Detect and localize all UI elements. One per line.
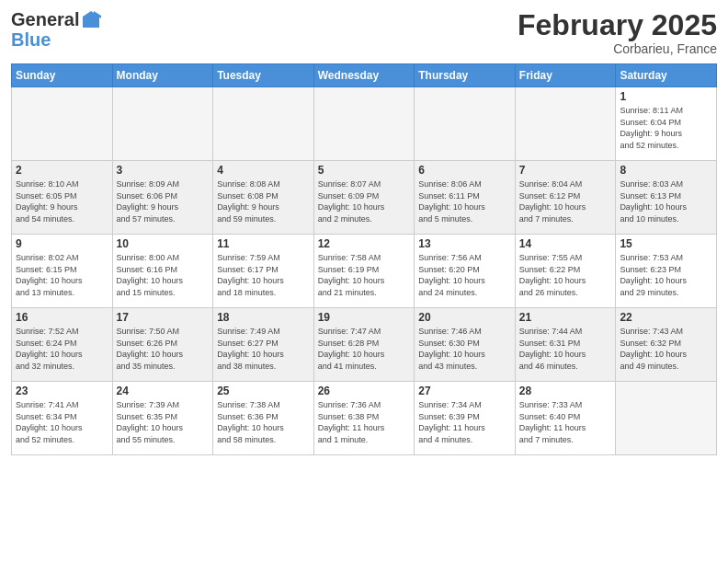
day-number: 24 (117, 385, 210, 397)
day-info: Sunrise: 8:06 AM Sunset: 6:11 PM Dayligh… (418, 178, 511, 224)
table-row: 16Sunrise: 7:52 AM Sunset: 6:24 PM Dayli… (12, 308, 113, 382)
day-number: 4 (217, 164, 310, 177)
day-number: 25 (217, 385, 310, 397)
day-info: Sunrise: 8:08 AM Sunset: 6:08 PM Dayligh… (217, 178, 310, 224)
day-info: Sunrise: 7:49 AM Sunset: 6:27 PM Dayligh… (217, 326, 310, 372)
day-info: Sunrise: 7:39 AM Sunset: 6:35 PM Dayligh… (117, 399, 210, 445)
day-info: Sunrise: 8:03 AM Sunset: 6:13 PM Dayligh… (620, 178, 712, 224)
table-row: 8Sunrise: 8:03 AM Sunset: 6:13 PM Daylig… (616, 161, 717, 235)
day-number: 11 (217, 237, 310, 250)
day-number: 15 (620, 237, 712, 250)
table-row: 14Sunrise: 7:55 AM Sunset: 6:22 PM Dayli… (515, 235, 616, 308)
table-row: 13Sunrise: 7:56 AM Sunset: 6:20 PM Dayli… (415, 235, 516, 308)
day-info: Sunrise: 8:02 AM Sunset: 6:15 PM Dayligh… (16, 252, 108, 298)
day-number: 7 (519, 164, 612, 177)
day-info: Sunrise: 7:55 AM Sunset: 6:22 PM Dayligh… (519, 252, 612, 298)
table-row: 28Sunrise: 7:33 AM Sunset: 6:40 PM Dayli… (515, 382, 616, 455)
day-info: Sunrise: 7:38 AM Sunset: 6:36 PM Dayligh… (217, 399, 310, 445)
day-number: 2 (16, 164, 108, 177)
table-row: 18Sunrise: 7:49 AM Sunset: 6:27 PM Dayli… (213, 308, 314, 382)
day-info: Sunrise: 7:50 AM Sunset: 6:26 PM Dayligh… (117, 326, 210, 372)
title-block: February 2025 Corbarieu, France (518, 9, 717, 56)
day-number: 20 (418, 311, 511, 324)
table-row: 27Sunrise: 7:34 AM Sunset: 6:39 PM Dayli… (415, 382, 516, 455)
table-row: 1Sunrise: 8:11 AM Sunset: 6:04 PM Daylig… (616, 87, 717, 161)
table-row: 12Sunrise: 7:58 AM Sunset: 6:19 PM Dayli… (313, 235, 415, 308)
day-number: 13 (418, 237, 511, 250)
day-info: Sunrise: 7:47 AM Sunset: 6:28 PM Dayligh… (318, 326, 411, 372)
table-row: 22Sunrise: 7:43 AM Sunset: 6:32 PM Dayli… (616, 308, 717, 382)
calendar-week-row: 9Sunrise: 8:02 AM Sunset: 6:15 PM Daylig… (12, 235, 717, 308)
col-saturday: Saturday (616, 64, 717, 87)
table-row: 3Sunrise: 8:09 AM Sunset: 6:06 PM Daylig… (112, 161, 213, 235)
table-row (616, 382, 717, 455)
table-row: 25Sunrise: 7:38 AM Sunset: 6:36 PM Dayli… (213, 382, 314, 455)
day-number: 27 (418, 385, 511, 397)
table-row: 23Sunrise: 7:41 AM Sunset: 6:34 PM Dayli… (12, 382, 113, 455)
day-info: Sunrise: 7:56 AM Sunset: 6:20 PM Dayligh… (418, 252, 511, 298)
logo-icon (81, 9, 101, 29)
table-row: 4Sunrise: 8:08 AM Sunset: 6:08 PM Daylig… (213, 161, 314, 235)
day-number: 17 (117, 311, 210, 324)
table-row: 5Sunrise: 8:07 AM Sunset: 6:09 PM Daylig… (313, 161, 415, 235)
table-row: 21Sunrise: 7:44 AM Sunset: 6:31 PM Dayli… (515, 308, 616, 382)
day-number: 1 (620, 90, 712, 103)
day-info: Sunrise: 8:07 AM Sunset: 6:09 PM Dayligh… (318, 178, 411, 224)
table-row (112, 87, 213, 161)
day-number: 5 (318, 164, 411, 177)
table-row: 7Sunrise: 8:04 AM Sunset: 6:12 PM Daylig… (515, 161, 616, 235)
day-info: Sunrise: 7:58 AM Sunset: 6:19 PM Dayligh… (318, 252, 411, 298)
table-row: 9Sunrise: 8:02 AM Sunset: 6:15 PM Daylig… (12, 235, 113, 308)
col-wednesday: Wednesday (313, 64, 415, 87)
calendar-header-row: Sunday Monday Tuesday Wednesday Thursday… (12, 64, 717, 87)
table-row (213, 87, 314, 161)
table-row: 2Sunrise: 8:10 AM Sunset: 6:05 PM Daylig… (12, 161, 113, 235)
table-row (313, 87, 415, 161)
location: Corbarieu, France (518, 41, 717, 56)
table-row: 20Sunrise: 7:46 AM Sunset: 6:30 PM Dayli… (415, 308, 516, 382)
day-info: Sunrise: 7:59 AM Sunset: 6:17 PM Dayligh… (217, 252, 310, 298)
logo-blue-text: Blue (11, 29, 101, 50)
calendar-week-row: 1Sunrise: 8:11 AM Sunset: 6:04 PM Daylig… (12, 87, 717, 161)
day-number: 12 (318, 237, 411, 250)
day-number: 3 (117, 164, 210, 177)
table-row: 11Sunrise: 7:59 AM Sunset: 6:17 PM Dayli… (213, 235, 314, 308)
calendar-week-row: 16Sunrise: 7:52 AM Sunset: 6:24 PM Dayli… (12, 308, 717, 382)
day-info: Sunrise: 8:04 AM Sunset: 6:12 PM Dayligh… (519, 178, 612, 224)
day-number: 26 (318, 385, 411, 397)
table-row: 19Sunrise: 7:47 AM Sunset: 6:28 PM Dayli… (313, 308, 415, 382)
table-row (515, 87, 616, 161)
day-info: Sunrise: 7:52 AM Sunset: 6:24 PM Dayligh… (16, 326, 108, 372)
table-row: 10Sunrise: 8:00 AM Sunset: 6:16 PM Dayli… (112, 235, 213, 308)
day-number: 16 (16, 311, 108, 324)
day-number: 23 (16, 385, 108, 397)
day-info: Sunrise: 7:43 AM Sunset: 6:32 PM Dayligh… (620, 326, 712, 372)
day-number: 6 (418, 164, 511, 177)
day-number: 18 (217, 311, 310, 324)
day-info: Sunrise: 8:10 AM Sunset: 6:05 PM Dayligh… (16, 178, 108, 224)
table-row: 24Sunrise: 7:39 AM Sunset: 6:35 PM Dayli… (112, 382, 213, 455)
logo: General Blue (11, 9, 101, 50)
day-info: Sunrise: 8:09 AM Sunset: 6:06 PM Dayligh… (117, 178, 210, 224)
day-info: Sunrise: 8:11 AM Sunset: 6:04 PM Dayligh… (620, 105, 712, 151)
calendar-table: Sunday Monday Tuesday Wednesday Thursday… (11, 63, 717, 455)
day-info: Sunrise: 7:34 AM Sunset: 6:39 PM Dayligh… (418, 399, 511, 445)
day-number: 9 (16, 237, 108, 250)
day-number: 21 (519, 311, 612, 324)
col-sunday: Sunday (12, 64, 113, 87)
day-info: Sunrise: 8:00 AM Sunset: 6:16 PM Dayligh… (117, 252, 210, 298)
day-number: 28 (519, 385, 612, 397)
col-friday: Friday (515, 64, 616, 87)
calendar-week-row: 23Sunrise: 7:41 AM Sunset: 6:34 PM Dayli… (12, 382, 717, 455)
day-info: Sunrise: 7:44 AM Sunset: 6:31 PM Dayligh… (519, 326, 612, 372)
day-info: Sunrise: 7:33 AM Sunset: 6:40 PM Dayligh… (519, 399, 612, 445)
col-monday: Monday (112, 64, 213, 87)
month-title: February 2025 (518, 9, 717, 41)
day-number: 22 (620, 311, 712, 324)
day-info: Sunrise: 7:46 AM Sunset: 6:30 PM Dayligh… (418, 326, 511, 372)
day-number: 14 (519, 237, 612, 250)
header: General Blue February 2025 Corbarieu, Fr… (11, 9, 717, 56)
table-row: 15Sunrise: 7:53 AM Sunset: 6:23 PM Dayli… (616, 235, 717, 308)
day-number: 10 (117, 237, 210, 250)
col-thursday: Thursday (415, 64, 516, 87)
